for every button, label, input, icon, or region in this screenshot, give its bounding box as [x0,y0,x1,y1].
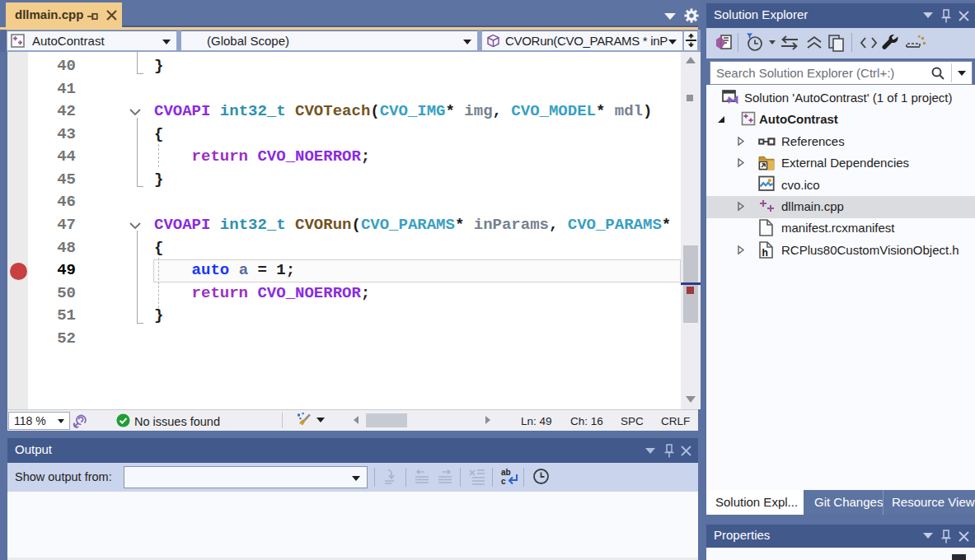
svg-text:c: c [501,477,506,486]
svg-text:ab: ab [501,468,511,477]
svg-text:h: h [762,247,768,259]
